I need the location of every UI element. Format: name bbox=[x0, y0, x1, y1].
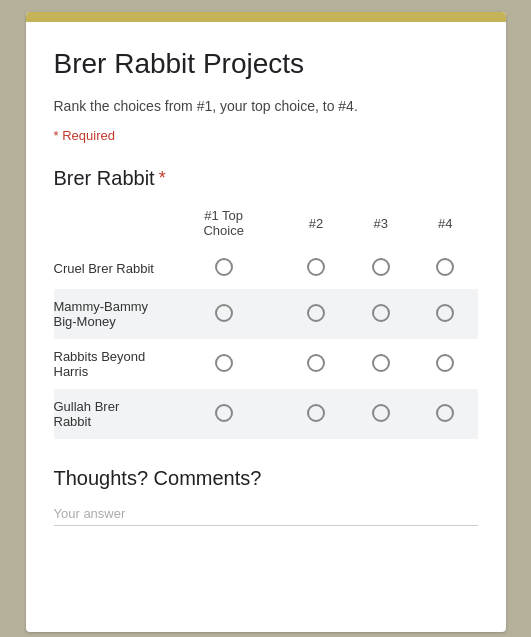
form-header-bar bbox=[26, 12, 506, 22]
col-header-1: #1 TopChoice bbox=[164, 202, 284, 248]
comments-section: Thoughts? Comments? bbox=[54, 467, 478, 526]
radio-option[interactable] bbox=[215, 304, 233, 322]
radio-cell bbox=[348, 339, 413, 389]
radio-cell bbox=[284, 339, 349, 389]
question-title: Brer Rabbit * bbox=[54, 167, 478, 190]
required-star: * bbox=[159, 168, 166, 189]
radio-option[interactable] bbox=[215, 404, 233, 422]
radio-option[interactable] bbox=[307, 354, 325, 372]
radio-option[interactable] bbox=[215, 258, 233, 276]
radio-option[interactable] bbox=[307, 258, 325, 276]
radio-option[interactable] bbox=[372, 258, 390, 276]
col-header-3: #3 bbox=[348, 202, 413, 248]
form-description: Rank the choices from #1, your top choic… bbox=[54, 98, 478, 114]
col-header-2: #2 bbox=[284, 202, 349, 248]
col-header-empty bbox=[54, 202, 164, 248]
radio-cell bbox=[284, 248, 349, 289]
radio-option[interactable] bbox=[436, 404, 454, 422]
form-body: Brer Rabbit Projects Rank the choices fr… bbox=[26, 22, 506, 554]
table-row: Rabbits Beyond Harris bbox=[54, 339, 478, 389]
radio-cell bbox=[164, 289, 284, 339]
ranking-table: #1 TopChoice #2 #3 #4 Cruel Brer RabbitM… bbox=[54, 202, 478, 439]
col-header-4: #4 bbox=[413, 202, 478, 248]
row-label: Gullah Brer Rabbit bbox=[54, 389, 164, 439]
required-note: * Required bbox=[54, 128, 478, 143]
radio-option[interactable] bbox=[307, 404, 325, 422]
comments-title: Thoughts? Comments? bbox=[54, 467, 478, 490]
table-row: Cruel Brer Rabbit bbox=[54, 248, 478, 289]
radio-cell bbox=[348, 248, 413, 289]
radio-cell bbox=[413, 248, 478, 289]
radio-option[interactable] bbox=[307, 304, 325, 322]
form-title: Brer Rabbit Projects bbox=[54, 46, 478, 82]
radio-option[interactable] bbox=[372, 354, 390, 372]
question-label: Brer Rabbit bbox=[54, 167, 155, 190]
radio-cell bbox=[348, 289, 413, 339]
row-label: Rabbits Beyond Harris bbox=[54, 339, 164, 389]
radio-cell bbox=[413, 389, 478, 439]
radio-cell bbox=[413, 339, 478, 389]
radio-cell bbox=[164, 339, 284, 389]
radio-cell bbox=[348, 389, 413, 439]
question-section: Brer Rabbit * #1 TopChoice #2 #3 #4 Crue… bbox=[54, 167, 478, 439]
radio-option[interactable] bbox=[436, 258, 454, 276]
row-label: Cruel Brer Rabbit bbox=[54, 248, 164, 289]
comments-input[interactable] bbox=[54, 502, 478, 526]
radio-option[interactable] bbox=[215, 354, 233, 372]
table-row: Mammy-Bammy Big-Money bbox=[54, 289, 478, 339]
radio-option[interactable] bbox=[436, 354, 454, 372]
radio-cell bbox=[164, 389, 284, 439]
radio-cell bbox=[164, 248, 284, 289]
radio-option[interactable] bbox=[372, 304, 390, 322]
radio-option[interactable] bbox=[436, 304, 454, 322]
table-row: Gullah Brer Rabbit bbox=[54, 389, 478, 439]
form-card: Brer Rabbit Projects Rank the choices fr… bbox=[26, 12, 506, 632]
radio-cell bbox=[284, 389, 349, 439]
radio-cell bbox=[413, 289, 478, 339]
row-label: Mammy-Bammy Big-Money bbox=[54, 289, 164, 339]
radio-cell bbox=[284, 289, 349, 339]
radio-option[interactable] bbox=[372, 404, 390, 422]
